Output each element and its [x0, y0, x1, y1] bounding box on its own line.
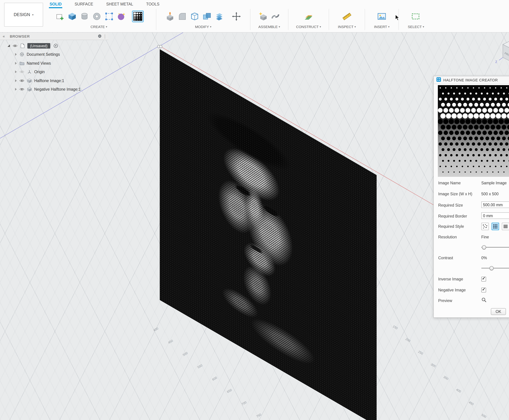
- panel-title-bar[interactable]: HALFTONE IMAGE CREATOR »: [434, 76, 509, 84]
- grid-coordinate-label: 550: [197, 364, 203, 369]
- collapsed-triangle-icon[interactable]: [15, 88, 17, 91]
- addin-icon: [436, 77, 441, 83]
- visibility-eye-icon[interactable]: [19, 79, 25, 82]
- construct-plane-button[interactable]: [303, 11, 314, 22]
- group-modify-label[interactable]: MODIFY: [195, 25, 209, 29]
- press-pull-button[interactable]: [164, 11, 176, 22]
- style-scatter-dots-button[interactable]: [481, 223, 489, 230]
- visibility-eye-icon[interactable]: [12, 44, 18, 48]
- combine-button[interactable]: [201, 11, 213, 22]
- grid-coordinate-label: 350: [443, 375, 449, 381]
- grid-coordinate-label: 400: [456, 388, 462, 393]
- halftone-model-body[interactable]: [160, 49, 377, 420]
- tree-row-halftone-image[interactable]: Halftone Image:1: [0, 76, 109, 85]
- body-cube-icon: [27, 87, 32, 92]
- inverse-image-checkbox[interactable]: ✓: [481, 277, 486, 281]
- tree-item-label: Negative Halftone Image:1: [34, 87, 81, 91]
- grid-coordinate-label: 450: [167, 339, 174, 345]
- required-border-input[interactable]: [482, 213, 509, 218]
- checkmark-icon: ✓: [482, 276, 485, 281]
- group-inspect-label[interactable]: INSPECT: [338, 25, 353, 29]
- select-button[interactable]: [410, 11, 422, 22]
- measure-button[interactable]: [341, 11, 353, 22]
- tree-row-named-views[interactable]: Named Views: [0, 59, 109, 68]
- grid-coordinate-label: 500: [481, 413, 487, 419]
- group-insert: INSERT▾: [367, 8, 397, 31]
- tree-row-origin[interactable]: Origin: [0, 68, 109, 76]
- collapse-panel-icon[interactable]: «: [3, 34, 5, 38]
- origin-axes-icon: [27, 70, 32, 74]
- panel-grip-icon[interactable]: │: [104, 34, 106, 38]
- workspace-switcher-button[interactable]: DESIGN ▾: [4, 3, 43, 27]
- slider-thumb[interactable]: [482, 245, 486, 249]
- tree-row-root[interactable]: (Unsaved): [0, 41, 109, 50]
- resolution-slider[interactable]: [481, 245, 509, 249]
- body-cube-icon: [27, 78, 32, 83]
- tab-tools[interactable]: TOOLS: [146, 1, 160, 8]
- collapsed-triangle-icon[interactable]: [15, 62, 17, 65]
- required-size-input[interactable]: [482, 202, 509, 208]
- slider-track[interactable]: [481, 268, 509, 269]
- group-select-label[interactable]: SELECT: [408, 25, 422, 29]
- visibility-eye-icon[interactable]: [19, 88, 25, 91]
- browser-title: BROWSER: [10, 34, 97, 38]
- group-insert-label[interactable]: INSERT: [374, 25, 387, 29]
- expanded-triangle-icon[interactable]: [7, 45, 10, 47]
- slider-thumb[interactable]: [489, 266, 494, 270]
- create-sketch-button[interactable]: [54, 11, 66, 22]
- group-create-label[interactable]: CREATE: [90, 25, 105, 29]
- folder-icon: [19, 61, 25, 66]
- grid-coordinate-label: 150: [392, 325, 398, 330]
- chevron-down-icon: ▾: [320, 25, 321, 28]
- tab-solid[interactable]: SOLID: [49, 1, 62, 8]
- collapsed-triangle-icon[interactable]: [15, 71, 17, 73]
- create-box-button[interactable]: [66, 11, 78, 22]
- offset-faces-button[interactable]: [213, 11, 225, 22]
- create-form-button[interactable]: [116, 11, 127, 22]
- collapsed-triangle-icon[interactable]: [15, 53, 17, 56]
- create-cylinder-button[interactable]: [79, 11, 90, 22]
- required-border-spinner: [481, 212, 509, 219]
- style-horizontal-lines-button[interactable]: [502, 223, 509, 230]
- group-assemble-label[interactable]: ASSEMBLE: [258, 25, 277, 29]
- tab-surface[interactable]: SURFACE: [74, 1, 94, 8]
- tree-item-label: Halftone Image:1: [34, 79, 64, 83]
- chevron-down-icon: ▾: [423, 25, 424, 28]
- panel-options-icon[interactable]: [97, 34, 102, 39]
- tree-item-label: Named Views: [27, 61, 51, 65]
- image-name-value: Sample Image: [481, 181, 507, 185]
- tree-row-negative-halftone-image[interactable]: Negative Halftone Image:1: [0, 85, 109, 94]
- insert-image-button[interactable]: [376, 11, 388, 22]
- document-title[interactable]: (Unsaved): [27, 43, 50, 49]
- contrast-label: Contrast: [438, 256, 453, 260]
- move-copy-button[interactable]: [231, 11, 242, 22]
- group-create: CREATE▾: [44, 8, 154, 31]
- tab-sheet-metal[interactable]: SHEET METAL: [105, 1, 134, 8]
- fillet-button[interactable]: [177, 11, 188, 22]
- image-name-label: Image Name: [438, 181, 461, 185]
- tree-row-document-settings[interactable]: Document Settings: [0, 50, 109, 59]
- new-component-button[interactable]: [257, 11, 269, 22]
- joint-button[interactable]: [269, 11, 281, 22]
- negative-image-checkbox[interactable]: ✓: [481, 288, 486, 292]
- required-border-label: Required Border: [438, 214, 467, 218]
- visibility-eye-icon[interactable]: [19, 70, 25, 74]
- preview-magnifier-icon[interactable]: [481, 297, 487, 304]
- contrast-slider[interactable]: [481, 266, 509, 270]
- fusion-window: 4004505005506006507007508001502002503003…: [0, 0, 509, 420]
- create-torus-button[interactable]: [91, 11, 103, 22]
- halftone-preview-image: [438, 85, 509, 177]
- view-cube[interactable]: Y TOP FRONT RIGHT X Z: [493, 33, 509, 73]
- style-options: [481, 223, 509, 230]
- required-size-spinner: [481, 202, 509, 208]
- collapsed-triangle-icon[interactable]: [15, 79, 17, 82]
- shell-button[interactable]: [189, 11, 201, 22]
- ok-button[interactable]: OK: [491, 308, 506, 315]
- halftone-image-creator-button[interactable]: [132, 11, 144, 22]
- style-grid-dots-button[interactable]: [492, 223, 499, 230]
- activate-radio-icon[interactable]: [53, 44, 59, 48]
- create-pattern-button[interactable]: [103, 11, 115, 22]
- document-icon: [20, 44, 25, 48]
- group-construct-label[interactable]: CONSTRUCT: [296, 25, 319, 29]
- mouse-cursor: [395, 14, 400, 22]
